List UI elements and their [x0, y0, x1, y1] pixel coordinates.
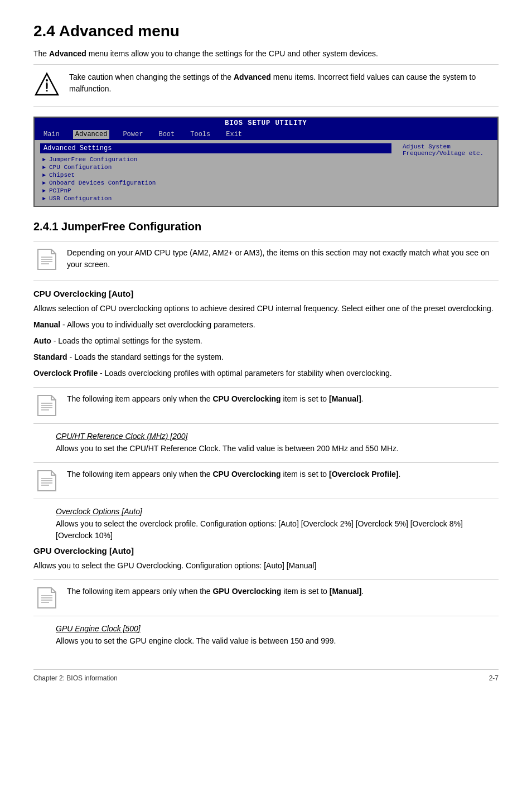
subitem-gpu-engine-label: GPU Engine Clock [500]	[56, 624, 499, 633]
note2-end: .	[399, 470, 401, 479]
bios-item-3[interactable]: ►Chipset	[40, 171, 391, 179]
arrow-icon-3: ►	[42, 172, 46, 178]
note-icon-cpu-overclock-profile	[33, 468, 58, 493]
note1-before: The following item appears only when the	[67, 394, 212, 403]
bios-menu-tools[interactable]: Tools	[188, 130, 212, 139]
caution-text: Take caution when changing the settings …	[69, 71, 499, 95]
note1-value: [Manual]	[329, 394, 361, 403]
note-box-241: Depending on your AMD CPU type (AM2, AM2…	[33, 241, 499, 281]
intro-bold: Advanced	[49, 49, 86, 58]
subitem-gpu-engine-desc: Allows you to set the GPU engine clock. …	[56, 635, 499, 647]
section-title: 2.4 Advanced menu	[33, 22, 499, 40]
bios-item-label-2: CPU Configuration	[49, 164, 112, 171]
note-box-gpu: The following item appears only when the…	[33, 579, 499, 616]
bios-left-panel: Advanced Settings ►JumperFree Configurat…	[35, 140, 397, 206]
note-icon-cpu-manual	[33, 393, 58, 418]
cpu-option-standard: Standard - Loads the standard settings f…	[33, 351, 499, 363]
caution-box: ! Take caution when changing the setting…	[33, 64, 499, 107]
bios-menu-boot[interactable]: Boot	[156, 130, 177, 139]
bios-menu-bar: Main Advanced Power Boot Tools Exit	[35, 129, 497, 140]
bios-item-6[interactable]: ►USB Configuration	[40, 195, 391, 202]
note-text-cpu-overclock: The following item appears only when the…	[67, 468, 400, 480]
note-icon-gpu	[33, 586, 58, 610]
bios-body: Advanced Settings ►JumperFree Configurat…	[35, 140, 497, 206]
bios-menu-advanced[interactable]: Advanced	[73, 130, 110, 139]
bios-item-label-4: Onboard Devices Configuration	[49, 180, 156, 186]
subitem-cpu-ht-label: CPU/HT Reference Clock (MHz) [200]	[56, 432, 499, 441]
svg-point-2	[46, 79, 48, 81]
note-text-gpu: The following item appears only when the…	[67, 586, 364, 597]
note-text-cpu-manual: The following item appears only when the…	[67, 393, 363, 405]
subitem-cpu-ht: CPU/HT Reference Clock (MHz) [200] Allow…	[56, 432, 499, 455]
bios-section-header: Advanced Settings	[40, 143, 391, 153]
caution-icon: !	[33, 71, 60, 98]
bios-menu-exit[interactable]: Exit	[224, 130, 244, 139]
cpu-overclocking-desc: Allows selection of CPU overclocking opt…	[33, 303, 499, 315]
bios-item-4[interactable]: ►Onboard Devices Configuration	[40, 179, 391, 187]
arrow-icon-1: ►	[42, 157, 46, 163]
note1-end: .	[361, 394, 364, 403]
gpu-note-end: .	[361, 587, 364, 596]
bios-right-text: Adjust SystemFrequency/Voltage etc.	[403, 143, 492, 157]
caution-before: Take caution when changing the settings …	[69, 73, 234, 81]
bios-item-label-1: JumperFree Configuration	[49, 156, 137, 163]
arrow-icon-4: ►	[42, 180, 46, 186]
note-icon-241	[33, 247, 58, 272]
bios-item-label-6: USB Configuration	[49, 195, 112, 202]
intro-paragraph: The Advanced menu items allow you to cha…	[33, 48, 499, 60]
note1-bold: CPU Overclocking	[212, 394, 280, 403]
bios-menu-main[interactable]: Main	[41, 130, 62, 139]
note2-bold: CPU Overclocking	[212, 470, 280, 479]
gpu-note-after: item is set to	[281, 587, 329, 596]
note-box-cpu-manual: The following item appears only when the…	[33, 387, 499, 424]
bios-item-5[interactable]: ►PCIPnP	[40, 187, 391, 195]
arrow-icon-5: ►	[42, 188, 46, 194]
bios-item-1[interactable]: ►JumperFree Configuration	[40, 156, 391, 163]
bios-item-2[interactable]: ►CPU Configuration	[40, 163, 391, 171]
cpu-option-overclock: Overclock Profile - Loads overclocking p…	[33, 368, 499, 379]
subitem-overclock-options-desc: Allows you to select the overclock profi…	[56, 518, 499, 542]
cpu-option-auto: Auto - Loads the optimal settings for th…	[33, 335, 499, 347]
gpu-note-before: The following item appears only when the	[67, 587, 212, 596]
note2-before: The following item appears only when the	[67, 470, 212, 479]
bios-item-label-3: Chipset	[49, 172, 75, 178]
subitem-overclock-options: Overclock Options [Auto] Allows you to s…	[56, 507, 499, 542]
bios-right-panel: Adjust SystemFrequency/Voltage etc.	[397, 140, 497, 206]
note-box-cpu-overclock-profile: The following item appears only when the…	[33, 462, 499, 499]
gpu-overclocking-title: GPU Overclocking [Auto]	[33, 546, 499, 555]
bios-title-bar: BIOS SETUP UTILITY	[35, 118, 497, 129]
note-text-241: Depending on your AMD CPU type (AM2, AM2…	[67, 247, 499, 270]
intro-text: The	[33, 49, 49, 58]
note1-after: item is set to	[281, 394, 329, 403]
footer-right: 2-7	[489, 674, 499, 682]
subitem-overclock-options-label: Overclock Options [Auto]	[56, 507, 499, 516]
gpu-overclocking-desc: Allows you to select the GPU Overclockin…	[33, 560, 499, 572]
subsection-title-241: 2.4.1 JumperFree Configuration	[33, 220, 499, 233]
gpu-note-value: [Manual]	[330, 587, 362, 596]
subitem-cpu-ht-desc: Allows you to set the CPU/HT Reference C…	[56, 443, 499, 455]
subitem-gpu-engine: GPU Engine Clock [500] Allows you to set…	[56, 624, 499, 647]
bios-item-label-5: PCIPnP	[49, 187, 71, 194]
cpu-option-manual: Manual - Allows you to individually set …	[33, 319, 499, 331]
note2-after: item is set to	[281, 470, 329, 479]
arrow-icon-6: ►	[42, 196, 46, 202]
intro-rest: menu items allow you to change the setti…	[86, 49, 378, 58]
bios-menu-power[interactable]: Power	[120, 130, 145, 139]
cpu-overclocking-title: CPU Overclocking [Auto]	[33, 289, 499, 298]
bios-screen: BIOS SETUP UTILITY Main Advanced Power B…	[33, 117, 499, 207]
caution-bold: Advanced	[234, 73, 271, 81]
footer-left: Chapter 2: BIOS information	[33, 674, 118, 682]
gpu-note-bold: GPU Overclocking	[212, 587, 281, 596]
arrow-icon-2: ►	[42, 165, 46, 171]
footer-bar: Chapter 2: BIOS information 2-7	[33, 669, 499, 682]
note2-value: [Overclock Profile]	[329, 470, 399, 479]
